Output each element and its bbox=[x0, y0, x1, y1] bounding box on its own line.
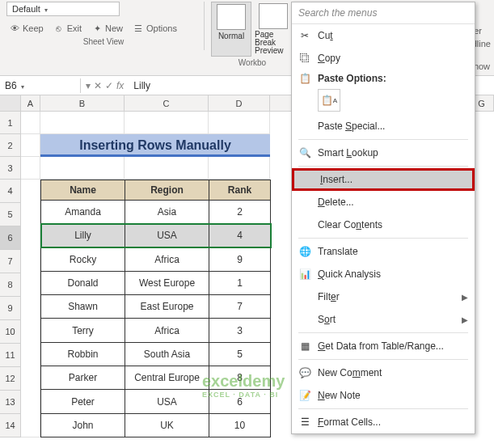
row-header[interactable]: 11 bbox=[0, 344, 21, 367]
menu-quick-analysis[interactable]: 📊 Quick Analysis bbox=[292, 263, 475, 285]
divider bbox=[204, 2, 205, 50]
eye-icon: 👁 bbox=[9, 23, 20, 34]
row-header[interactable]: 4 bbox=[0, 180, 21, 203]
chevron-right-icon: ▶ bbox=[462, 315, 468, 324]
table-row[interactable]: TerryAfrica3 bbox=[41, 319, 271, 342]
table-icon: ▦ bbox=[298, 340, 311, 353]
check-icon[interactable]: ✓ bbox=[105, 80, 113, 91]
keep-button[interactable]: 👁 Keep bbox=[6, 21, 46, 36]
menu-smart-lookup[interactable]: 🔍 Smart Lookup bbox=[292, 142, 475, 164]
table-row[interactable]: LillyUSA4 bbox=[41, 224, 271, 247]
col-header-c[interactable]: C bbox=[125, 95, 209, 111]
row-header[interactable]: 14 bbox=[0, 414, 21, 437]
table-header-row: Name Region Rank bbox=[41, 180, 271, 201]
normal-view-button[interactable]: Normal bbox=[211, 2, 251, 57]
options-button[interactable]: ☰ Options bbox=[130, 21, 179, 36]
menu-new-note[interactable]: 📝 New Note bbox=[292, 384, 475, 407]
sheet-title: Inserting Rows Manually bbox=[40, 134, 270, 157]
cancel-icon[interactable]: ✕ bbox=[94, 80, 102, 91]
note-icon: 📝 bbox=[298, 389, 311, 402]
table-row[interactable]: ShawnEast Europe7 bbox=[41, 295, 271, 319]
exit-icon: ⎋ bbox=[53, 23, 65, 34]
name-box[interactable]: B6 ▾ bbox=[0, 78, 81, 93]
copy-icon: ⿻ bbox=[298, 52, 311, 65]
row-header[interactable]: 8 bbox=[0, 273, 21, 297]
menu-delete[interactable]: Delete... bbox=[292, 191, 475, 213]
exit-button[interactable]: ⎋ Exit bbox=[51, 21, 84, 36]
format-icon: ☰ bbox=[298, 416, 311, 429]
table-row[interactable]: RockyAfrica9 bbox=[41, 247, 271, 271]
table-row[interactable]: JohnUK10 bbox=[41, 413, 271, 437]
menu-sort[interactable]: Sort ▶ bbox=[292, 308, 475, 331]
menu-cut[interactable]: ✂ Cut bbox=[292, 24, 475, 47]
context-menu: Search the menus ✂ Cut ⿻ Copy 📋 Paste Op… bbox=[291, 2, 475, 434]
col-header-a[interactable]: A bbox=[21, 95, 40, 111]
row-header[interactable]: 6 bbox=[0, 226, 21, 250]
menu-format-cells[interactable]: ☰ Format Cells... bbox=[292, 411, 475, 433]
header-region: Region bbox=[125, 180, 209, 201]
sheet-view-dropdown[interactable]: Default ▾ bbox=[6, 2, 120, 16]
fx-icon[interactable]: fx bbox=[116, 80, 124, 91]
col-header-b[interactable]: B bbox=[40, 95, 125, 111]
separator bbox=[298, 408, 468, 409]
chevron-down-icon: ▾ bbox=[44, 6, 48, 14]
row-header[interactable]: 13 bbox=[0, 391, 21, 414]
row-header[interactable]: 12 bbox=[0, 367, 21, 391]
col-header-d[interactable]: D bbox=[209, 95, 270, 111]
options-icon: ☰ bbox=[133, 23, 144, 34]
data-table: Name Region Rank AmandaAsia2 LillyUSA4 R… bbox=[40, 180, 271, 437]
separator bbox=[298, 359, 468, 360]
row-header[interactable]: 2 bbox=[0, 134, 21, 157]
menu-paste-special[interactable]: Paste Special... bbox=[292, 115, 475, 137]
quick-analysis-icon: 📊 bbox=[298, 268, 311, 281]
separator bbox=[298, 332, 468, 333]
normal-view-icon bbox=[217, 4, 246, 30]
new-icon: ✦ bbox=[91, 23, 103, 34]
paste-default-button[interactable]: 📋A bbox=[318, 89, 340, 112]
header-name: Name bbox=[41, 180, 125, 201]
new-button[interactable]: ✦ New bbox=[89, 21, 125, 36]
clipboard-icon: 📋 bbox=[298, 72, 311, 85]
table-row[interactable]: PeterUSA6 bbox=[41, 390, 271, 413]
translate-icon: 🌐 bbox=[298, 245, 311, 258]
page-break-preview-button[interactable]: Page Break Preview bbox=[253, 2, 293, 57]
separator bbox=[298, 166, 468, 167]
row-header[interactable]: 5 bbox=[0, 203, 21, 226]
sheet-view-value: Default bbox=[12, 4, 40, 14]
table-row[interactable]: RobbinSouth Asia5 bbox=[41, 342, 271, 366]
menu-filter[interactable]: Filter ▶ bbox=[292, 285, 475, 308]
separator bbox=[298, 139, 468, 140]
table-row[interactable]: AmandaAsia2 bbox=[41, 201, 271, 224]
menu-new-comment[interactable]: 💬 New Comment bbox=[292, 361, 475, 384]
menu-clear-contents[interactable]: Clear Contents bbox=[292, 213, 475, 236]
table-row[interactable]: DonaldWest Europe1 bbox=[41, 271, 271, 294]
workbook-views-label: Workbo bbox=[239, 58, 266, 67]
header-rank: Rank bbox=[209, 180, 271, 201]
page-break-icon bbox=[259, 3, 288, 29]
comment-icon: 💬 bbox=[298, 366, 311, 379]
chevron-right-icon: ▶ bbox=[462, 293, 468, 302]
row-header[interactable]: 10 bbox=[0, 320, 21, 344]
separator bbox=[298, 238, 468, 239]
menu-paste-options: 📋 Paste Options: bbox=[292, 70, 475, 87]
menu-insert[interactable]: Insert... bbox=[292, 168, 475, 191]
menu-get-data[interactable]: ▦ Get Data from Table/Range... bbox=[292, 335, 475, 357]
chevron-down-icon: ▾ bbox=[21, 83, 24, 91]
search-icon: 🔍 bbox=[298, 146, 311, 159]
select-all-corner[interactable] bbox=[0, 95, 21, 111]
row-header[interactable]: 3 bbox=[0, 157, 21, 180]
row-header[interactable]: 9 bbox=[0, 297, 21, 320]
row-header[interactable]: 1 bbox=[0, 112, 21, 134]
formula-bar-buttons: ▾ ✕ ✓ fx bbox=[81, 80, 129, 91]
menu-translate[interactable]: 🌐 Translate bbox=[292, 240, 475, 263]
row-header[interactable]: 7 bbox=[0, 250, 21, 273]
menu-search[interactable]: Search the menus bbox=[292, 2, 475, 24]
expand-icon[interactable]: ▾ bbox=[86, 80, 91, 91]
scissors-icon: ✂ bbox=[298, 29, 311, 42]
table-row[interactable]: ParkerCentral Europe8 bbox=[41, 366, 271, 390]
sheet-view-label: Sheet View bbox=[6, 37, 201, 46]
menu-copy[interactable]: ⿻ Copy bbox=[292, 47, 475, 70]
